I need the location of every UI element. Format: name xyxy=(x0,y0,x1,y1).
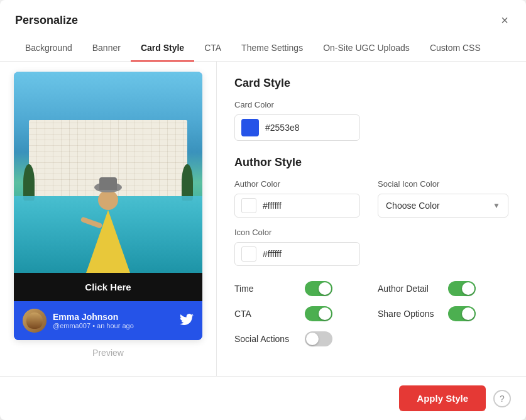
author-color-input[interactable] xyxy=(234,194,360,218)
toggle-row-cta: CTA xyxy=(234,306,365,321)
toggle-share-options[interactable] xyxy=(448,306,476,321)
tab-on-site-ugc[interactable]: On-Site UGC Uploads xyxy=(313,35,420,62)
icon-color-label: Icon Color xyxy=(234,228,365,237)
tab-theme-settings[interactable]: Theme Settings xyxy=(231,35,313,62)
icon-color-group: Icon Color xyxy=(234,228,365,266)
tabs-bar: Background Banner Card Style CTA Theme S… xyxy=(0,35,526,62)
card-preview: MARTINEZ xyxy=(14,72,202,340)
toggle-row-time: Time xyxy=(234,281,365,296)
toggle-time[interactable] xyxy=(305,281,332,296)
apply-style-button[interactable]: Apply Style xyxy=(399,385,486,411)
card-color-hex[interactable] xyxy=(265,123,322,133)
toggle-label-cta: CTA xyxy=(234,309,297,319)
toggle-knob-time xyxy=(319,282,331,295)
card-color-input[interactable] xyxy=(234,114,360,141)
toggle-knob-social-actions xyxy=(306,333,319,345)
toggles-grid: Time Author Detail CTA xyxy=(234,281,508,356)
toggle-knob-author-detail xyxy=(462,282,474,295)
toggle-knob-share-options xyxy=(462,307,474,320)
icon-color-input[interactable] xyxy=(234,242,360,266)
author-color-hex[interactable] xyxy=(263,201,319,211)
card-style-title: Card Style xyxy=(234,77,508,90)
author-color-label: Author Color xyxy=(234,179,365,189)
toggle-row-social-actions: Social Actions xyxy=(234,331,365,346)
toggle-cta[interactable] xyxy=(305,306,332,321)
toggle-author-detail[interactable] xyxy=(448,281,476,296)
author-style-title: Author Style xyxy=(234,156,508,169)
preview-label: Preview xyxy=(92,348,124,358)
card-color-group: Card Color xyxy=(234,100,508,141)
toggle-label-social-actions: Social Actions xyxy=(234,334,297,344)
card-image: MARTINEZ xyxy=(14,72,202,273)
tab-background[interactable]: Background xyxy=(15,35,82,62)
card-style-section: Card Style Card Color xyxy=(234,77,508,141)
author-color-swatch[interactable] xyxy=(241,198,256,213)
tab-cta[interactable]: CTA xyxy=(194,35,231,62)
modal-body: MARTINEZ xyxy=(0,62,526,376)
toggle-row-author-detail: Author Detail xyxy=(378,281,508,296)
author-color-row: Author Color Social Icon Color Choose Co… xyxy=(234,179,508,218)
toggle-label-author-detail: Author Detail xyxy=(378,284,441,294)
avatar xyxy=(23,309,47,333)
settings-panel: Card Style Card Color Author Style Autho… xyxy=(217,62,526,376)
author-color-group: Author Color xyxy=(234,179,365,218)
card-footer: Emma Johnson @emma007 • an hour ago xyxy=(14,301,202,340)
spacer xyxy=(378,228,508,266)
chevron-down-icon: ▼ xyxy=(493,201,500,210)
social-icon-color-group: Social Icon Color Choose Color ▼ xyxy=(378,179,508,218)
social-icon-color-label: Social Icon Color xyxy=(378,179,508,189)
personalize-modal: Personalize × Background Banner Card Sty… xyxy=(0,0,526,420)
toggle-label-time: Time xyxy=(234,284,297,294)
toggle-section: Time Author Detail CTA xyxy=(234,281,508,356)
card-color-swatch[interactable] xyxy=(241,119,259,136)
tab-banner[interactable]: Banner xyxy=(82,35,131,62)
preview-panel: MARTINEZ xyxy=(0,62,217,376)
toggle-row-share-options: Share Options xyxy=(378,306,508,321)
twitter-icon xyxy=(180,312,194,329)
tab-card-style[interactable]: Card Style xyxy=(131,35,194,62)
social-icon-color-value: Choose Color xyxy=(386,201,440,211)
icon-color-hex[interactable] xyxy=(263,249,319,259)
tab-custom-css[interactable]: Custom CSS xyxy=(420,35,491,62)
toggle-knob-cta xyxy=(319,307,331,320)
toggle-label-share-options: Share Options xyxy=(378,309,441,319)
modal-title: Personalize xyxy=(15,14,78,27)
card-user-name: Emma Johnson xyxy=(53,312,173,322)
modal-header: Personalize × xyxy=(0,0,526,29)
cta-button[interactable]: Click Here xyxy=(14,273,202,301)
card-user-info: Emma Johnson @emma007 • an hour ago xyxy=(53,312,173,329)
card-color-label: Card Color xyxy=(234,100,508,109)
toggle-social-actions[interactable] xyxy=(305,331,332,346)
card-user-handle: @emma007 • an hour ago xyxy=(53,322,173,329)
social-icon-color-dropdown[interactable]: Choose Color ▼ xyxy=(378,194,508,218)
icon-color-swatch[interactable] xyxy=(241,246,256,262)
icon-color-row: Icon Color xyxy=(234,228,508,266)
help-icon[interactable]: ? xyxy=(493,390,511,407)
author-style-section: Author Style Author Color Social Icon Co… xyxy=(234,156,508,266)
close-button[interactable]: × xyxy=(498,11,511,29)
modal-footer: Apply Style ? xyxy=(0,376,526,420)
